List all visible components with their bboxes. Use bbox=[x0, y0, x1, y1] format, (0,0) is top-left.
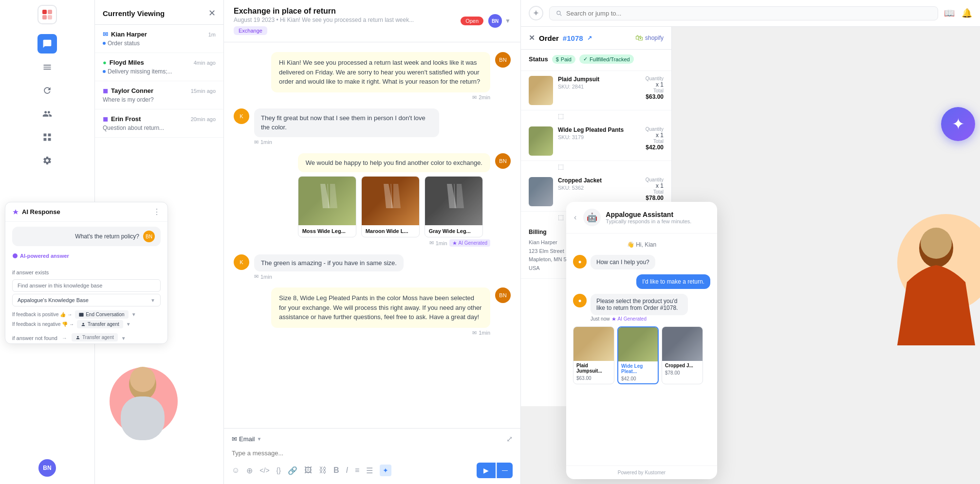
expand-icon[interactable]: ⤢ bbox=[506, 434, 513, 444]
ai-panel-menu-icon[interactable]: ⋮ bbox=[153, 207, 161, 216]
product-card-moss-label: Moss Wide Leg... bbox=[298, 225, 356, 237]
top-bar: + 📖 🔔 bbox=[521, 0, 980, 27]
new-conversation-button[interactable]: + bbox=[529, 6, 543, 20]
widget-msg-2-bubble: Please select the product you'd like to … bbox=[591, 294, 688, 315]
main-conversation: Exchange in place of return August 19 20… bbox=[224, 0, 521, 484]
magic-icon[interactable]: ✦ bbox=[380, 465, 391, 476]
ai-kb-row: Find answer in this knowledge base bbox=[12, 279, 161, 292]
sidebar-item-grid[interactable] bbox=[37, 127, 57, 147]
transfer-agent-tag[interactable]: Transfer agent bbox=[77, 320, 123, 328]
ai-flow-positive: If feedback is positive 👍 → End Conversa… bbox=[12, 310, 161, 319]
channel-selector[interactable]: ✉ Email ▼ bbox=[232, 435, 261, 443]
code-slash-icon[interactable]: </> bbox=[259, 466, 269, 474]
message-input[interactable] bbox=[232, 448, 513, 459]
widget-product-widelegs-price: $42.00 bbox=[618, 376, 658, 383]
sidebar-nav bbox=[0, 34, 94, 170]
send-dropdown-button[interactable]: — bbox=[497, 463, 513, 478]
cv-item-erin[interactable]: ◼ Erin Frost 20min ago Question about re… bbox=[95, 109, 223, 138]
widget-back-icon[interactable]: ‹ bbox=[574, 213, 576, 222]
bold-icon[interactable]: B bbox=[333, 466, 339, 475]
widget-body: 👋 Hi, Kian ● How can I help you? I'd lik… bbox=[566, 233, 717, 466]
svg-rect-3 bbox=[48, 15, 52, 19]
product-card-gray-label: Gray Wide Leg... bbox=[425, 225, 482, 237]
list-ol-icon[interactable]: ≡ bbox=[355, 466, 359, 475]
chat-widget: ‹ 🤖 Appalogue Assistant Typically respon… bbox=[566, 202, 717, 479]
cv-name-taylor: ◼ Taylor Conner bbox=[103, 87, 153, 94]
emoji-icon[interactable]: ☺ bbox=[232, 466, 240, 475]
order-close-icon[interactable]: ✕ bbox=[529, 34, 535, 42]
ai-answer-section: AI-powered answer bbox=[5, 251, 167, 268]
cv-sub-kian: Order status bbox=[103, 40, 216, 47]
magic-button[interactable]: ✦ bbox=[941, 107, 975, 141]
ai-chat-bubble: What's the return policy? BN bbox=[12, 227, 161, 246]
url-icon[interactable]: ⛓ bbox=[319, 466, 327, 475]
ai-kb-value-row[interactable]: Appalogue's Knowledge Base ▼ bbox=[12, 294, 161, 306]
message-3-avatar: BN bbox=[495, 153, 511, 169]
ai-response-panel: AI Response ⋮ What's the return policy? … bbox=[5, 202, 168, 344]
toolbar-icons: ☺ ⊕ </> {} 🔗 🖼 ⛓ B I ≡ ☰ ✦ bbox=[232, 465, 391, 476]
sidebar-item-chat[interactable] bbox=[37, 34, 57, 54]
italic-icon[interactable]: I bbox=[346, 466, 348, 475]
plus-icon: + bbox=[534, 8, 539, 18]
magic-sparkle-icon: ✦ bbox=[952, 115, 965, 133]
product-card-moss[interactable]: Moss Wide Leg... bbox=[298, 176, 356, 237]
book-icon[interactable]: 📖 bbox=[944, 8, 955, 18]
footer-top: ✉ Email ▼ ⤢ bbox=[232, 434, 513, 444]
svg-point-12 bbox=[921, 228, 952, 259]
widget-product-cropped[interactable]: Cropped J... $78.00 bbox=[662, 326, 703, 384]
agent-selector[interactable]: BN ▼ bbox=[488, 14, 511, 28]
product-card-gray[interactable]: Gray Wide Leg... bbox=[425, 176, 483, 237]
sidebar-item-settings[interactable] bbox=[37, 151, 57, 170]
message-2-bubble: They fit great but now that I see them i… bbox=[254, 108, 439, 137]
channel-chevron-icon: ▼ bbox=[257, 436, 262, 442]
message-5-content: Size 8, Wide Leg Pleated Pants in the co… bbox=[271, 287, 490, 336]
message-2: K They fit great but now that I see them… bbox=[234, 108, 511, 145]
widget-product-jumpsuit[interactable]: Plaid Jumpsuit... $63.00 bbox=[573, 326, 614, 384]
search-bar[interactable] bbox=[549, 6, 938, 20]
cv-item-taylor[interactable]: ◼ Taylor Conner 15min ago Where is my or… bbox=[95, 81, 223, 109]
sidebar-item-refresh[interactable] bbox=[37, 81, 57, 100]
bell-icon[interactable]: 🔔 bbox=[962, 8, 972, 18]
sidebar-item-list[interactable] bbox=[37, 57, 57, 77]
conv-meta: August 19 2023 • Hi Kian! We see you pro… bbox=[234, 17, 414, 23]
send-main-button[interactable]: ▶ bbox=[477, 463, 496, 478]
message-4-content: The green is amazing - if you have in sa… bbox=[254, 254, 404, 280]
widget-product-jumpsuit-name: Plaid Jumpsuit... bbox=[573, 361, 614, 376]
cv-item-kian[interactable]: ✉ Kian Harper 1m Order status bbox=[95, 25, 223, 53]
message-5-bubble: Size 8, Wide Leg Pleated Pants in the co… bbox=[271, 287, 490, 328]
sidebar-user-avatar[interactable]: BN bbox=[38, 459, 56, 477]
svg-point-6 bbox=[130, 367, 155, 392]
order-external-link-icon[interactable]: ↗ bbox=[587, 35, 592, 41]
link-icon[interactable]: 🔗 bbox=[288, 466, 297, 475]
sidebar-item-users[interactable] bbox=[37, 104, 57, 124]
widget-product-widelegs[interactable]: Wide Leg Pleat... $42.00 bbox=[617, 326, 659, 384]
list-ul-icon[interactable]: ☰ bbox=[366, 466, 373, 475]
end-conversation-tag[interactable]: End Conversation bbox=[75, 310, 129, 319]
send-button-group[interactable]: ▶ — bbox=[477, 463, 513, 478]
conv-header-right: Open BN ▼ bbox=[461, 14, 511, 28]
product-card-maroon[interactable]: Maroon Wide L... bbox=[361, 176, 420, 237]
ai-answer-label: AI-powered answer bbox=[12, 253, 161, 259]
transfer-agent2-tag[interactable]: Transfer agent bbox=[72, 333, 118, 341]
message-1: Hi Kian! We see you processed a return l… bbox=[234, 52, 511, 101]
cv-sub-floyd: Delivery missing items;... bbox=[103, 68, 216, 75]
message-3-content: We would be happy to help you find anoth… bbox=[298, 153, 490, 247]
search-input[interactable] bbox=[566, 10, 932, 17]
widget-bot-avatar-1: ● bbox=[573, 255, 587, 269]
order-item-jumpsuit-action-icon: ⬚ bbox=[521, 110, 671, 122]
svg-point-7 bbox=[13, 253, 18, 258]
cv-header: Currently Viewing ✕ bbox=[95, 0, 223, 25]
order-item-widelegs-img bbox=[529, 126, 553, 156]
conv-tag: Exchange bbox=[234, 26, 267, 35]
agent-silhouette bbox=[111, 350, 174, 443]
message-5-avatar: BN bbox=[495, 287, 511, 303]
message-2-time: ✉1min bbox=[254, 139, 439, 145]
cv-close-icon[interactable]: ✕ bbox=[208, 8, 216, 18]
widget-product-cropped-price: $78.00 bbox=[662, 370, 703, 377]
attach-icon[interactable]: ⊕ bbox=[246, 466, 253, 475]
ai-condition-label: if answer exists bbox=[5, 268, 167, 277]
widget-msg-1: ● How can I help you? bbox=[573, 255, 710, 269]
cv-item-floyd[interactable]: ● Floyd Miles 4min ago Delivery missing … bbox=[95, 53, 223, 81]
code-block-icon[interactable]: {} bbox=[277, 466, 281, 474]
image-icon[interactable]: 🖼 bbox=[304, 466, 312, 475]
